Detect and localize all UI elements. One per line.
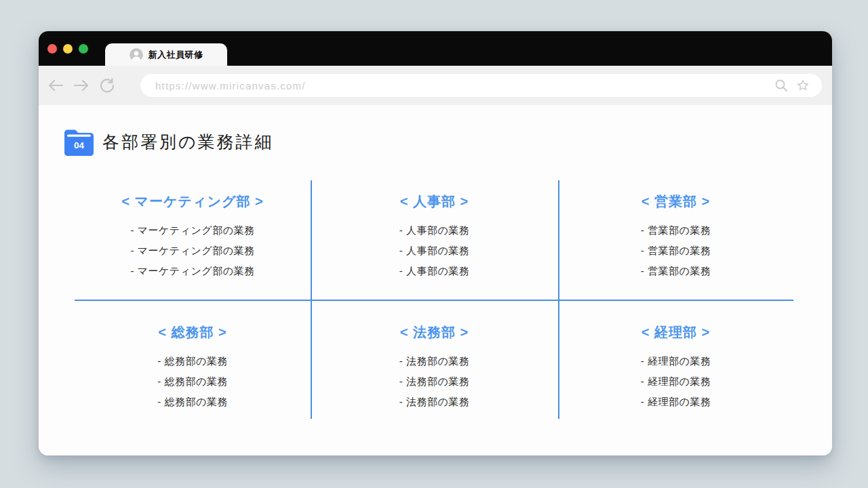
task-item: - 総務部の業務 bbox=[157, 392, 228, 412]
page-content: 04 各部署別の業務詳細 < マーケティング部 > - マーケティング部の業務 … bbox=[39, 105, 832, 455]
department-title: < 人事部 > bbox=[400, 192, 469, 211]
refresh-button[interactable] bbox=[98, 77, 116, 94]
bookmark-star-icon[interactable] bbox=[795, 77, 811, 94]
page-header: 04 各部署別の業務詳細 bbox=[63, 127, 274, 157]
department-cell-accounting: < 経理部 > - 経理部の業務 - 経理部の業務 - 経理部の業務 bbox=[558, 300, 793, 419]
task-item: - 法務部の業務 bbox=[399, 392, 470, 412]
department-cell-marketing: < マーケティング部 > - マーケティング部の業務 - マーケティング部の業務… bbox=[75, 180, 311, 300]
department-task-list: - 営業部の業務 - 営業部の業務 - 営業部の業務 bbox=[641, 220, 711, 281]
window-controls bbox=[47, 31, 88, 66]
close-button[interactable] bbox=[47, 44, 57, 54]
browser-tab[interactable]: 新入社員研修 bbox=[105, 43, 227, 66]
page-title: 各部署別の業務詳細 bbox=[102, 131, 274, 153]
task-item: - 人事部の業務 bbox=[399, 241, 470, 261]
browser-titlebar: 新入社員研修 bbox=[39, 31, 832, 66]
task-item: - 法務部の業務 bbox=[399, 371, 470, 392]
user-avatar-icon bbox=[130, 48, 143, 62]
department-task-list: - 人事部の業務 - 人事部の業務 - 人事部の業務 bbox=[399, 220, 470, 281]
department-task-list: - 法務部の業務 - 法務部の業務 - 法務部の業務 bbox=[399, 351, 470, 412]
task-item: - マーケティング部の業務 bbox=[130, 220, 254, 241]
task-item: - 経理部の業務 bbox=[641, 351, 711, 371]
forward-button[interactable] bbox=[73, 77, 90, 94]
folder-badge: 04 bbox=[74, 140, 85, 150]
task-item: - マーケティング部の業務 bbox=[130, 241, 254, 261]
task-item: - 営業部の業務 bbox=[641, 261, 711, 281]
task-item: - マーケティング部の業務 bbox=[130, 261, 254, 281]
folder-icon: 04 bbox=[63, 127, 95, 156]
browser-toolbar: https://www.miricanvas.com/ bbox=[39, 66, 832, 105]
task-item: - 営業部の業務 bbox=[641, 241, 711, 261]
back-button[interactable] bbox=[47, 77, 64, 94]
search-icon[interactable] bbox=[773, 77, 789, 94]
task-item: - 営業部の業務 bbox=[641, 220, 711, 241]
task-item: - 人事部の業務 bbox=[399, 220, 470, 241]
url-text: https://www.miricanvas.com/ bbox=[155, 80, 768, 92]
department-task-list: - 総務部の業務 - 総務部の業務 - 総務部の業務 bbox=[157, 351, 228, 412]
task-item: - 法務部の業務 bbox=[399, 351, 470, 371]
desktop-background: { "browser": { "tab_title": "新入社員研修", "u… bbox=[0, 0, 868, 488]
department-title: < 総務部 > bbox=[158, 323, 226, 342]
department-task-list: - 経理部の業務 - 経理部の業務 - 経理部の業務 bbox=[641, 351, 711, 412]
task-item: - 総務部の業務 bbox=[157, 371, 228, 392]
maximize-button[interactable] bbox=[79, 44, 88, 54]
tab-title: 新入社員研修 bbox=[149, 49, 203, 61]
back-arrow-icon bbox=[47, 79, 64, 92]
department-title: < 営業部 > bbox=[642, 192, 710, 211]
forward-arrow-icon bbox=[73, 79, 90, 92]
minimize-button[interactable] bbox=[63, 44, 73, 54]
department-task-list: - マーケティング部の業務 - マーケティング部の業務 - マーケティング部の業… bbox=[130, 220, 254, 281]
department-title: < 経理部 > bbox=[642, 323, 710, 342]
task-item: - 経理部の業務 bbox=[641, 371, 711, 392]
task-item: - 人事部の業務 bbox=[399, 261, 470, 281]
department-grid: < マーケティング部 > - マーケティング部の業務 - マーケティング部の業務… bbox=[75, 180, 793, 419]
task-item: - 総務部の業務 bbox=[157, 351, 228, 371]
department-cell-sales: < 営業部 > - 営業部の業務 - 営業部の業務 - 営業部の業務 bbox=[558, 180, 793, 300]
department-title: < 法務部 > bbox=[400, 323, 469, 342]
department-cell-hr: < 人事部 > - 人事部の業務 - 人事部の業務 - 人事部の業務 bbox=[311, 180, 558, 300]
department-cell-legal: < 法務部 > - 法務部の業務 - 法務部の業務 - 法務部の業務 bbox=[311, 300, 558, 419]
refresh-icon bbox=[100, 78, 115, 93]
department-cell-general-affairs: < 総務部 > - 総務部の業務 - 総務部の業務 - 総務部の業務 bbox=[75, 300, 311, 419]
url-bar[interactable]: https://www.miricanvas.com/ bbox=[140, 74, 822, 97]
department-title: < マーケティング部 > bbox=[121, 192, 263, 211]
browser-window: 新入社員研修 https://www.miricanvas.com/ bbox=[39, 31, 832, 455]
task-item: - 経理部の業務 bbox=[641, 392, 711, 412]
